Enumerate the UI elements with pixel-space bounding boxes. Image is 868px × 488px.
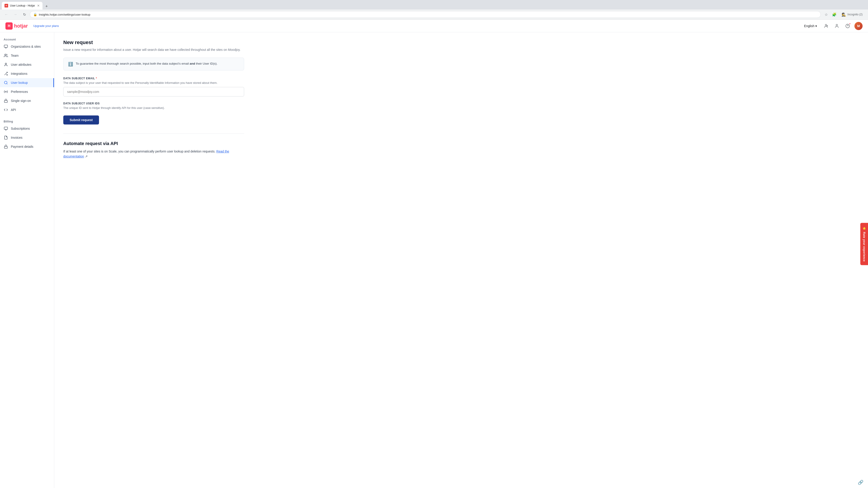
rate-experience-icon: ⭐ [863,227,866,230]
bookmark-button[interactable]: ☆ [823,11,830,18]
url-text: insights.hotjar.com/settings/user-lookup [39,13,90,16]
account-section-label: Account [0,36,54,42]
billing-section-label: Billing [0,118,54,124]
content-area: New request Issue a new request for info… [54,32,868,488]
forward-button[interactable]: → [12,11,19,18]
integrations-icon [4,71,8,76]
user-ids-label-text: Data subject user ids [63,102,100,105]
app-container: H hotjar Upgrade your plans English ▾ M [0,20,868,488]
email-label-text: DATA SUBJECT EMAIL [63,77,95,80]
integrations-label: Integrations [11,72,27,75]
sidebar-item-api[interactable]: API [0,105,54,114]
add-user-icon [824,24,828,28]
browser-chrome: H User Lookup - Hotjar ✕ + ← → ↻ 🔒 insig… [0,0,868,20]
automate-description: If at least one of your sites is on Scal… [63,149,244,159]
sidebar-item-invoices[interactable]: Invoices [0,133,54,142]
api-icon [4,107,8,112]
sidebar-item-sso[interactable]: Single sign-on [0,96,54,105]
header-actions: English ▾ M [802,22,863,30]
rate-experience-sidebar[interactable]: ⭐ Rate your experience [860,223,868,265]
info-box: ℹ️ To guarantee the most thorough search… [63,58,244,70]
subscriptions-icon [4,126,8,131]
sidebar-item-integrations[interactable]: Integrations [0,69,54,78]
info-text-before: To guarantee the most thorough search po… [76,62,190,65]
sidebar-item-user-attributes[interactable]: User attributes [0,60,54,69]
invoices-label: Invoices [11,136,22,139]
user-lookup-icon [4,80,8,85]
logo-text: hotjar [14,23,28,29]
sidebar-item-payment[interactable]: Payment details [0,142,54,151]
automate-title: Automate request via API [63,141,244,146]
automate-description-before: If at least one of your sites is on Scal… [63,150,216,153]
svg-point-10 [5,63,6,64]
payment-label: Payment details [11,145,33,149]
browser-tabs: H User Lookup - Hotjar ✕ + [0,0,868,9]
tab-close-btn[interactable]: ✕ [37,4,40,7]
svg-point-3 [836,24,838,26]
automate-section: Automate request via API If at least one… [63,133,244,159]
add-user-button[interactable] [822,22,830,30]
user-attributes-icon [4,62,8,67]
sso-label: Single sign-on [11,99,31,103]
sidebar-item-preferences[interactable]: Preferences [0,87,54,96]
sidebar-item-team[interactable]: Team [0,51,54,60]
svg-point-15 [5,91,6,92]
automate-link-icon: ↗ [85,155,88,158]
email-input[interactable] [63,87,244,96]
rate-experience-label: Rate your experience [863,232,866,261]
svg-point-13 [4,81,7,84]
sidebar-item-organizations[interactable]: Organizations & sites [0,42,54,51]
email-label: DATA SUBJECT EMAIL * [63,77,244,80]
incognito-badge[interactable]: 🕵 Incognito (2) [839,11,865,18]
organizations-icon [4,44,8,49]
active-tab[interactable]: H User Lookup - Hotjar ✕ [2,2,42,9]
payment-icon [4,144,8,149]
submit-request-button[interactable]: Submit request [63,116,99,125]
lock-icon: 🔒 [33,13,37,16]
main-layout: Account Organizations & sites Team User … [0,32,868,488]
svg-point-0 [825,24,827,26]
preferences-label: Preferences [11,90,28,94]
svg-line-14 [6,84,7,84]
info-text: To guarantee the most thorough search po… [76,61,217,66]
preferences-icon [4,90,8,94]
help-button[interactable] [844,22,852,30]
link-icon-button[interactable]: 🔗 [858,480,864,485]
browser-toolbar: ← → ↻ 🔒 insights.hotjar.com/settings/use… [0,9,868,20]
back-button[interactable]: ← [3,11,10,18]
tab-title: User Lookup - Hotjar [10,4,35,7]
app-logo: H hotjar Upgrade your plans [5,22,59,30]
sso-icon [4,98,8,103]
address-bar[interactable]: 🔒 insights.hotjar.com/settings/user-look… [30,11,821,18]
sidebar: Account Organizations & sites Team User … [0,32,54,488]
info-icon: ℹ️ [68,62,73,67]
email-required: * [96,77,97,80]
svg-rect-16 [4,101,7,102]
sidebar-item-subscriptions[interactable]: Subscriptions [0,124,54,133]
new-tab-button[interactable]: + [43,3,50,9]
user-ids-form-group: Data subject user ids The unique ID sent… [63,102,244,110]
team-label: Team [11,54,19,57]
language-selector[interactable]: English ▾ [802,23,819,29]
profile-icon [835,24,839,28]
upgrade-link[interactable]: Upgrade your plans [33,24,59,28]
sidebar-item-user-lookup[interactable]: User lookup [0,78,54,87]
page-description: Issue a new request for information abou… [63,47,244,52]
profile-button[interactable] [833,22,841,30]
refresh-button[interactable]: ↻ [21,11,28,18]
user-lookup-label: User lookup [11,81,28,85]
user-avatar[interactable]: M [855,22,863,30]
language-label: English [804,24,814,28]
subscriptions-label: Subscriptions [11,127,30,130]
incognito-label: Incognito (2) [847,13,863,16]
user-attributes-label: User attributes [11,63,31,66]
hotjar-logo: H hotjar [5,22,28,30]
page-title: New request [63,39,244,45]
language-dropdown-icon: ▾ [815,24,817,28]
incognito-icon: 🕵 [842,12,846,17]
extension-button[interactable]: 🧩 [831,11,838,18]
email-description: The data subject is your user that reque… [63,81,244,85]
info-text-after: their User ID(s). [195,62,217,65]
svg-rect-6 [4,45,8,47]
notification-dot [849,23,851,25]
